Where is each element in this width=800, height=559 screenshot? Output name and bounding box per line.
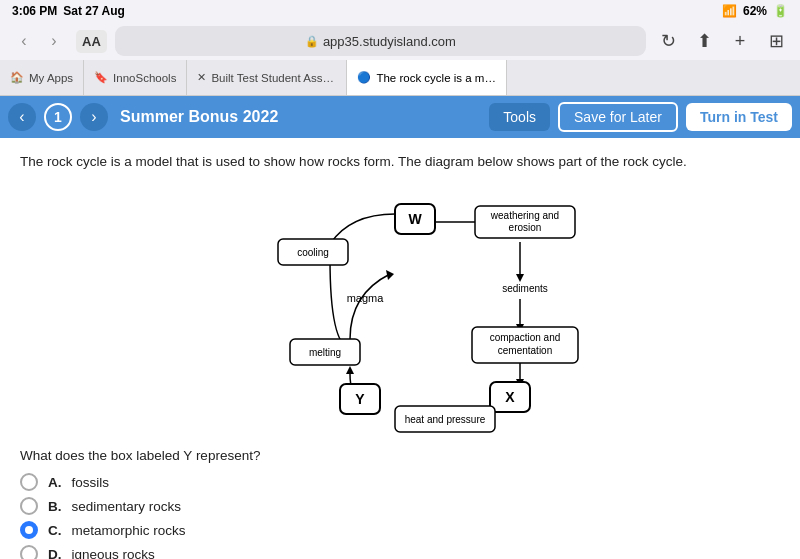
tab-myapps[interactable]: 🏠 My Apps (0, 60, 84, 96)
innoschools-favicon: 🔖 (94, 71, 108, 84)
next-question-nav-button[interactable]: › (80, 103, 108, 131)
rock-cycle-favicon: 🔵 (357, 71, 371, 84)
status-time: 3:06 PM (12, 4, 57, 18)
tab-built-test[interactable]: ✕ Built Test Student Assignment - Stud..… (187, 60, 347, 96)
reload-button[interactable]: ↻ (654, 27, 682, 55)
new-tab-button[interactable]: + (726, 27, 754, 55)
nav-buttons: ‹ › (10, 27, 68, 55)
radio-c[interactable] (20, 521, 38, 539)
svg-marker-11 (346, 366, 354, 374)
choice-b-letter: B. (48, 499, 62, 514)
radio-c-inner (25, 526, 33, 534)
main-content: The rock cycle is a model that is used t… (0, 138, 800, 559)
wifi-icon: 📶 (722, 4, 737, 18)
radio-d[interactable] (20, 545, 38, 559)
svg-text:heat and pressure: heat and pressure (405, 414, 486, 425)
status-bar: 3:06 PM Sat 27 Aug 📶 62% 🔋 (0, 0, 800, 22)
app-nav-bar: ‹ 1 › Summer Bonus 2022 Tools Save for L… (0, 96, 800, 138)
svg-text:cooling: cooling (297, 247, 329, 258)
radio-a[interactable] (20, 473, 38, 491)
svg-text:W: W (408, 211, 422, 227)
status-date: Sat 27 Aug (63, 4, 125, 18)
svg-text:weathering and: weathering and (490, 210, 559, 221)
url-text: app35.studyisland.com (323, 34, 456, 49)
question-label: What does the box labeled Y represent? (20, 448, 780, 463)
browser-actions: ↻ ⬆ + ⊞ (654, 27, 790, 55)
choice-d-text: igneous rocks (72, 547, 155, 559)
save-for-later-button[interactable]: Save for Later (558, 102, 678, 132)
forward-button[interactable]: › (40, 27, 68, 55)
question-text: The rock cycle is a model that is used t… (20, 152, 780, 172)
choice-b-text: sedimentary rocks (72, 499, 182, 514)
text-size-button[interactable]: AA (76, 30, 107, 53)
innoschools-label: InnoSchools (113, 72, 176, 84)
choice-c-text: metamorphic rocks (72, 523, 186, 538)
radio-b[interactable] (20, 497, 38, 515)
turn-in-test-button[interactable]: Turn in Test (686, 103, 792, 131)
tab-innoschools[interactable]: 🔖 InnoSchools (84, 60, 187, 96)
rock-cycle-label: The rock cycle is a model that is used..… (376, 72, 496, 84)
svg-marker-3 (516, 274, 524, 282)
svg-text:compaction and: compaction and (490, 332, 561, 343)
choice-c[interactable]: C. metamorphic rocks (20, 521, 780, 539)
back-button[interactable]: ‹ (10, 27, 38, 55)
choice-d[interactable]: D. igneous rocks (20, 545, 780, 559)
tools-button[interactable]: Tools (489, 103, 550, 131)
answer-choices: A. fossils B. sedimentary rocks C. metam… (20, 473, 780, 559)
built-test-label: Built Test Student Assignment - Stud... (211, 72, 336, 84)
svg-text:cementation: cementation (498, 345, 552, 356)
choice-c-letter: C. (48, 523, 62, 538)
svg-text:X: X (505, 389, 515, 405)
choice-a-text: fossils (72, 475, 110, 490)
rock-cycle-diagram: W weathering and erosion sediments compa… (210, 184, 590, 434)
lock-icon: 🔒 (305, 35, 319, 48)
choice-a-letter: A. (48, 475, 62, 490)
share-button[interactable]: ⬆ (690, 27, 718, 55)
prev-question-button[interactable]: ‹ (8, 103, 36, 131)
tab-rock-cycle[interactable]: 🔵 The rock cycle is a model that is used… (347, 60, 507, 96)
assignment-title: Summer Bonus 2022 (120, 108, 481, 126)
myapps-label: My Apps (29, 72, 73, 84)
svg-marker-12 (386, 270, 394, 280)
svg-text:Y: Y (355, 391, 365, 407)
tabs-overview-button[interactable]: ⊞ (762, 27, 790, 55)
myapps-favicon: 🏠 (10, 71, 24, 84)
browser-chrome: ‹ › AA 🔒 app35.studyisland.com ↻ ⬆ + ⊞ (0, 22, 800, 60)
choice-a[interactable]: A. fossils (20, 473, 780, 491)
choice-d-letter: D. (48, 547, 62, 559)
battery-icon: 🔋 (773, 4, 788, 18)
built-test-close-icon[interactable]: ✕ (197, 71, 206, 84)
url-bar[interactable]: 🔒 app35.studyisland.com (115, 26, 646, 56)
svg-text:magma: magma (347, 292, 385, 304)
svg-text:melting: melting (309, 347, 341, 358)
svg-text:erosion: erosion (509, 222, 542, 233)
tabs-bar: 🏠 My Apps 🔖 InnoSchools ✕ Built Test Stu… (0, 60, 800, 96)
question-number[interactable]: 1 (44, 103, 72, 131)
battery-level: 62% (743, 4, 767, 18)
svg-text:sediments: sediments (502, 283, 548, 294)
choice-b[interactable]: B. sedimentary rocks (20, 497, 780, 515)
